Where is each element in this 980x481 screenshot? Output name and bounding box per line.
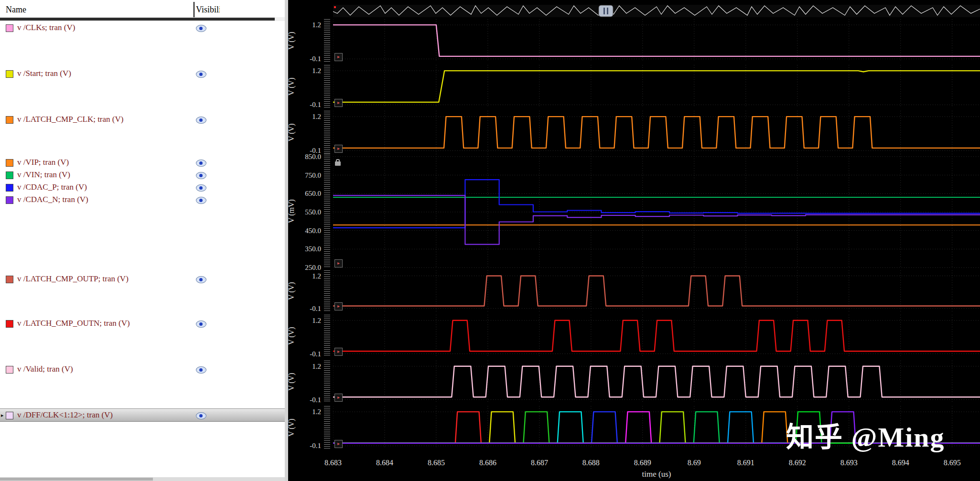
overview-slider-handle[interactable] — [599, 5, 613, 17]
y-tick-label: 1.2 — [287, 66, 321, 75]
y-tick-label: -0.1 — [287, 54, 321, 64]
signal-label: v /Start; tran (V) — [17, 67, 71, 80]
panel-bottom-scrollbar[interactable] — [0, 477, 285, 481]
x-tick-label: 8.689 — [624, 459, 662, 467]
signal-trace-CDAC_N — [333, 195, 980, 245]
signal-trace-LATCH_CMP_OUTP — [333, 276, 980, 306]
waveform-strip-5[interactable] — [333, 315, 980, 357]
signal-color-swatch — [6, 70, 13, 78]
strip-expand-button[interactable]: ▸ — [334, 145, 343, 153]
column-header-visibility: Visibility — [196, 5, 220, 15]
watermark: 知乎 @Ming — [786, 415, 945, 455]
x-tick-label: 8.686 — [469, 459, 507, 467]
signal-color-swatch — [6, 171, 13, 179]
panel-horizontal-scrollbar[interactable] — [0, 17, 285, 21]
strip-expand-button[interactable]: ▸ — [334, 302, 343, 310]
waveform-strip-4[interactable] — [333, 270, 980, 311]
column-resize-divider[interactable] — [194, 2, 194, 17]
x-tick-label: 8.683 — [314, 459, 352, 467]
y-tick-label: 1.2 — [287, 271, 321, 281]
visibility-eye-icon[interactable] — [196, 172, 206, 179]
x-axis-title: time (us) — [333, 470, 980, 479]
signal-row[interactable]: v /VIP; tran (V) — [0, 156, 285, 169]
y-axis-ruler — [324, 270, 330, 311]
x-tick-label: 8.692 — [778, 459, 817, 467]
x-tick-label: 8.694 — [882, 459, 920, 467]
visibility-eye-icon[interactable] — [196, 366, 206, 374]
visibility-eye-icon[interactable] — [196, 184, 206, 192]
signal-trace-Valid — [333, 366, 980, 397]
visibility-eye-icon[interactable] — [196, 412, 206, 419]
y-tick-label: -0.1 — [287, 395, 321, 405]
signal-color-swatch — [6, 116, 13, 124]
y-tick-label: 1.2 — [287, 20, 321, 30]
signal-trace-CDAC_P — [333, 180, 980, 228]
overview-trace — [333, 6, 980, 15]
visibility-eye-icon[interactable] — [196, 25, 206, 32]
signal-color-swatch — [6, 366, 13, 374]
lock-icon[interactable] — [335, 161, 341, 166]
y-axis-ruler — [324, 361, 330, 403]
y-tick-label: -0.1 — [287, 349, 321, 359]
visibility-eye-icon[interactable] — [196, 276, 206, 283]
signal-row[interactable]: v /LATCH_CMP_OUTP; tran (V) — [0, 273, 285, 285]
signal-label: v /LATCH_CMP_OUTN; tran (V) — [17, 317, 130, 330]
signal-row[interactable]: v /VIN; tran (V) — [0, 169, 285, 181]
y-axis-ruler — [324, 19, 330, 62]
y-tick-label: 1.2 — [287, 112, 321, 121]
strip-expand-button[interactable]: ▸ — [334, 348, 343, 356]
x-tick-label: 8.695 — [933, 459, 971, 467]
signal-color-swatch — [6, 184, 13, 192]
visibility-eye-icon[interactable] — [196, 197, 206, 204]
signal-row[interactable]: v /LATCH_CMP_OUTN; tran (V) — [0, 317, 285, 330]
scrollbar-thumb[interactable] — [0, 478, 153, 481]
signal-row[interactable]: ▸v /DFF/CLK<1:12>; tran (V) — [0, 408, 285, 422]
signal-list-header: Name Visibility — [0, 4, 285, 16]
signal-label: v /VIN; tran (V) — [17, 169, 70, 181]
strip-expand-button[interactable]: ▸ — [334, 440, 343, 448]
y-tick-label: 1.2 — [287, 316, 321, 325]
visibility-eye-icon[interactable] — [196, 71, 206, 78]
waveform-strip-1[interactable] — [333, 65, 980, 108]
x-tick-label: 8.685 — [417, 459, 455, 467]
x-tick-label: 8.688 — [572, 459, 610, 467]
strip-expand-button[interactable]: ▸ — [334, 259, 343, 267]
strip-expand-button[interactable]: ▸ — [334, 394, 343, 402]
visibility-eye-icon[interactable] — [196, 160, 206, 167]
overview-waveform — [333, 5, 980, 17]
visibility-eye-icon[interactable] — [196, 321, 206, 328]
waveform-viewer-window: { "branding": { "watermark_text": "知乎 @M… — [0, 0, 980, 481]
signal-color-swatch — [6, 196, 13, 204]
x-tick-label: 8.693 — [830, 459, 868, 467]
signal-label: v /LATCH_CMP_OUTP; tran (V) — [17, 273, 129, 285]
waveform-strip-2[interactable] — [333, 111, 980, 154]
signal-color-swatch — [6, 412, 13, 419]
y-tick-label: -0.1 — [287, 304, 321, 313]
strip-expand-button[interactable]: ▸ — [334, 53, 343, 61]
signal-label: v /CLKs; tran (V) — [17, 21, 75, 34]
visibility-eye-icon[interactable] — [196, 117, 206, 124]
waveform-strip-0[interactable] — [333, 19, 980, 62]
scrollbar-thumb[interactable] — [0, 18, 275, 21]
waveform-strip-6[interactable] — [333, 361, 980, 403]
y-tick-label: -0.1 — [287, 100, 321, 109]
waveform-overview-pan-bar[interactable] — [333, 5, 980, 17]
signal-row[interactable]: v /LATCH_CMP_CLK; tran (V) — [0, 113, 285, 126]
signal-row[interactable]: v /Valid; tran (V) — [0, 363, 285, 375]
signal-row[interactable]: v /CLKs; tran (V) — [0, 21, 285, 34]
x-tick-label: 8.684 — [366, 459, 404, 467]
handle-grip — [607, 8, 608, 14]
signal-row[interactable]: v /CDAC_N; tran (V) — [0, 193, 285, 206]
strip-expand-button[interactable]: ▸ — [334, 99, 343, 107]
y-tick-label: 1.2 — [287, 362, 321, 371]
waveform-strip-3[interactable] — [333, 154, 980, 268]
signal-color-swatch — [6, 24, 13, 32]
handle-grip — [603, 8, 605, 14]
y-tick-label: -0.1 — [287, 441, 321, 450]
signal-color-swatch — [6, 276, 13, 283]
signal-row[interactable]: v /Start; tran (V) — [0, 67, 285, 80]
expand-arrow-icon[interactable]: ▸ — [1, 409, 4, 421]
signal-row[interactable]: v /CDAC_P; tran (V) — [0, 181, 285, 193]
y-tick-label: 850.0 — [287, 152, 321, 161]
signal-label: v /CDAC_N; tran (V) — [17, 193, 88, 206]
